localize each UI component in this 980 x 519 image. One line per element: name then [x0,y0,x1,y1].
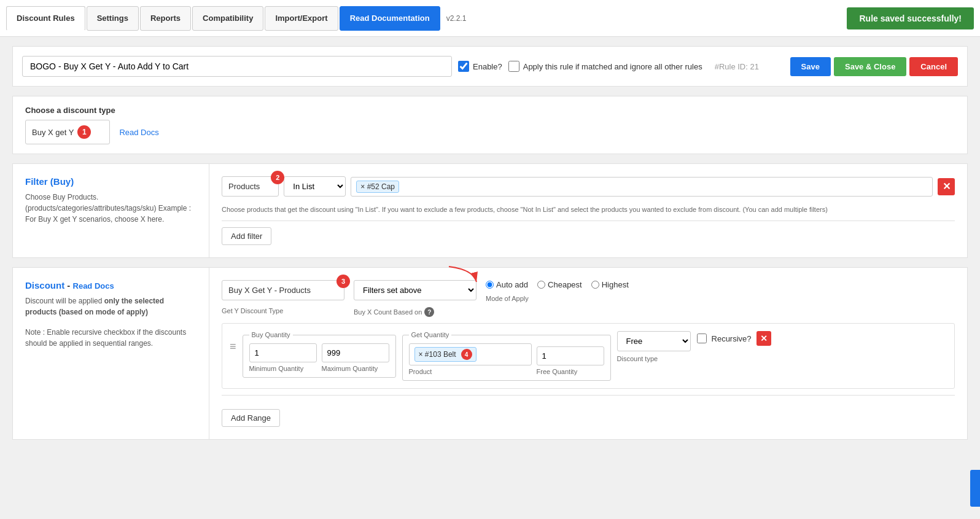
min-qty-group: Minimum Quantity [249,343,317,372]
mode-auto-add-label[interactable]: Auto add [486,280,528,289]
get-product-input[interactable]: × #103 Belt 4 [409,343,532,365]
product-label: Product [409,368,532,375]
discount-right-panel: Buy X Get Y - Products 3 Filters set abo… [209,268,967,439]
range-row: ≡ Buy Quantity Minimum Quantity Max [222,323,955,389]
get-y-type-dropdown[interactable]: Buy X Get Y - Products 3 [222,280,344,300]
get-product-group: × #103 Belt 4 Product [409,343,532,375]
add-filter-button[interactable]: Add filter [222,227,271,245]
rule-saved-banner: Rule saved successfully! [847,7,974,29]
filter-title: Filter (Buy) [25,176,196,187]
action-buttons: Save Save & Close Cancel [790,57,958,76]
tab-discount-rules[interactable]: Discount Rules [6,6,85,31]
filter-clear-button[interactable]: ✕ [938,178,955,195]
filter-tags-input[interactable]: × #52 Cap [351,177,933,197]
apply-rule-label: Apply this rule if matched and ignore al… [523,62,702,71]
discount-type-select[interactable]: Free [617,331,691,351]
step-3-badge: 3 [336,275,350,288]
filter-section: Filter (Buy) Choose Buy Products. (produ… [12,163,968,258]
get-quantity-fieldset: Get Quantity × #103 Belt 4 Product [402,331,611,381]
get-y-discount-type-label: Get Y Discount Type [222,307,344,317]
buy-quantity-fieldset: Buy Quantity Minimum Quantity Maximum Qu… [243,331,396,378]
top-navigation: Discount Rules Settings Reports Compatib… [0,0,980,37]
filter-by-dropdown[interactable]: Products 2 [222,176,279,197]
max-qty-input[interactable] [322,343,389,362]
red-arrow [443,263,480,288]
free-qty-input[interactable] [537,346,604,365]
discount-type-small-label: Discount type [617,355,658,362]
max-qty-group: Maximum Quantity [322,343,389,372]
discount-type-free-group: Free Discount type [617,331,691,362]
free-qty-label: Free Quantity [537,368,604,375]
get-product-tag: × #103 Belt 4 [414,347,476,362]
delete-range-button[interactable]: ✕ [756,331,771,346]
filter-hint: Choose products that get the discount us… [222,206,955,213]
mode-highest-label[interactable]: Highest [591,280,629,289]
mode-cheapest-radio[interactable] [537,281,545,289]
tab-read-documentation[interactable]: Read Documentation [340,6,440,31]
max-qty-label: Maximum Quantity [322,365,389,372]
discount-config-row: Buy X Get Y - Products 3 Filters set abo… [222,280,955,302]
read-docs-link[interactable]: Read Docs [119,128,158,137]
enable-checkbox[interactable] [458,61,469,72]
tab-import-export[interactable]: Import/Export [265,6,338,31]
min-qty-input[interactable] [249,343,317,362]
rule-id: #Rule ID: 21 [715,62,759,71]
buy-qty-pair: Minimum Quantity Maximum Quantity [249,343,389,372]
discount-title: Discount - Read Docs [25,280,196,291]
main-content: Enable? Apply this rule if matched and i… [0,37,980,458]
save-close-button[interactable]: Save & Close [834,57,906,76]
buy-quantity-legend: Buy Quantity [249,331,293,338]
filter-row: Products 2 In List Not In List × #52 Cap… [222,176,955,197]
discount-read-docs-link[interactable]: Read Docs [73,281,114,291]
discount-labels-row: Get Y Discount Type Buy X Count Based on… [222,307,955,317]
mode-row: Auto add Cheapest Highest [486,280,629,289]
filter-tag-1: × #52 Cap [356,181,399,193]
discount-type-section: Choose a discount type Buy X get Y 1 Rea… [12,96,968,154]
filter-condition-select[interactable]: In List Not In List [284,176,346,197]
save-button[interactable]: Save [790,57,831,76]
discount-description: Discount will be applied only the select… [25,295,196,318]
version-label: v2.2.1 [446,14,467,23]
tab-reports[interactable]: Reports [140,6,191,31]
step-4-badge: 4 [461,349,472,360]
tab-settings[interactable]: Settings [87,6,139,31]
mode-auto-add-radio[interactable] [486,281,494,289]
recursive-group: Recursive? ✕ [697,331,771,346]
step-2-badge: 2 [271,171,284,184]
recursive-label: Recursive? [712,334,752,343]
filter-description: Choose Buy Products. (products/categorie… [25,192,196,225]
get-y-type-wrapper: Buy X Get Y - Products 3 [222,280,344,300]
tab-compatibility[interactable]: Compatibility [192,6,263,31]
discount-section: Discount - Read Docs Discount will be ap… [12,267,968,440]
enable-row: Enable? [458,61,502,72]
get-quantity-group: Get Quantity × #103 Belt 4 Product [402,331,611,381]
mode-cheapest-label[interactable]: Cheapest [537,280,582,289]
filter-by-value: Products [228,182,260,191]
mode-section: Auto add Cheapest Highest Mode of Apply [486,280,629,302]
discount-left-panel: Discount - Read Docs Discount will be ap… [13,268,209,439]
discount-type-label: Choose a discount type [25,106,955,115]
mode-of-apply-label: Mode of Apply [486,295,629,302]
get-quantity-legend: Get Quantity [409,331,452,338]
filter-right-panel: Products 2 In List Not In List × #52 Cap… [209,164,967,257]
recursive-row: Recursive? ✕ [697,331,771,346]
rule-name-input[interactable] [22,56,452,77]
get-qty-inner: × #103 Belt 4 Product Free Quantity [409,343,604,375]
enable-label: Enable? [473,62,502,71]
mode-highest-radio[interactable] [591,281,599,289]
info-icon[interactable]: ? [424,307,434,317]
recursive-checkbox[interactable] [697,334,707,343]
buy-quantity-group: Buy Quantity Minimum Quantity Maximum Qu… [243,331,396,378]
apply-rule-row: Apply this rule if matched and ignore al… [508,61,702,72]
add-range-button[interactable]: Add Range [222,409,280,427]
cancel-button[interactable]: Cancel [909,57,958,76]
discount-type-row: Buy X get Y 1 Read Docs [25,120,955,144]
apply-rule-checkbox[interactable] [508,61,519,72]
discount-type-value: Buy X get Y [32,128,74,137]
min-qty-label: Minimum Quantity [249,365,317,372]
discount-note: Note : Enable recursive checkbox if the … [25,327,196,349]
step-1-badge: 1 [77,125,91,139]
discount-type-box: Buy X get Y 1 [25,120,110,144]
buy-x-count-label: Buy X Count Based on ? [354,307,434,317]
drag-handle[interactable]: ≡ [230,331,236,353]
